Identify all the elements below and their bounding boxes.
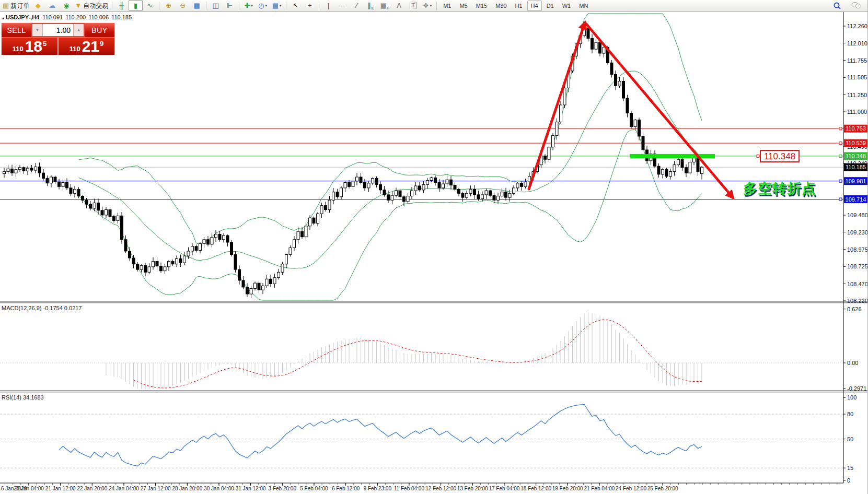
add-indicator-button[interactable]: ✚▾ (241, 0, 256, 11)
toolbar-separator (159, 2, 159, 10)
toolbar-right-group (830, 0, 863, 11)
zoom-in-button[interactable]: ⊕ (161, 0, 176, 11)
svg-text:50: 50 (847, 436, 853, 442)
periods-button[interactable]: ◷▾ (256, 0, 270, 11)
timeframe-mn[interactable]: MN (575, 1, 592, 11)
buy-price-prefix: 110 (70, 45, 80, 53)
tile-windows-icon: ▦ (194, 2, 200, 9)
fibonacci-button[interactable]: ▦F (378, 0, 392, 11)
volume-input[interactable] (43, 24, 73, 36)
timeframe-m30[interactable]: M30 (492, 1, 510, 11)
zoom-out-button[interactable]: ⊖ (176, 0, 190, 11)
bar-chart-button[interactable]: ╫ (114, 0, 129, 11)
svg-text:18 Feb 12:00: 18 Feb 12:00 (520, 486, 551, 491)
signal-icon: ◉ (63, 2, 69, 9)
ohlc-open: 110.091 (42, 14, 63, 20)
sell-button[interactable]: SELL (2, 23, 31, 37)
svg-text:9 Feb 23:00: 9 Feb 23:00 (364, 486, 392, 491)
auto-scroll-button[interactable]: ◫ (209, 0, 223, 11)
bar-chart-icon: ╫ (119, 2, 124, 9)
text-icon: A (397, 2, 401, 9)
svg-text:17 Feb 04:00: 17 Feb 04:00 (489, 486, 519, 491)
timeframe-h1[interactable]: H1 (512, 1, 526, 11)
signal-button[interactable]: ◉ (59, 0, 73, 11)
toolbar-separator (112, 2, 112, 10)
svg-text:109.981: 109.981 (846, 178, 866, 184)
collapse-triangle-icon[interactable]: ▴ (2, 16, 4, 20)
svg-text:109.714: 109.714 (846, 196, 866, 203)
svg-text:5 Feb 04:00: 5 Feb 04:00 (300, 486, 328, 491)
line-chart-icon: ∿ (147, 2, 153, 9)
sell-price-prefix: 110 (13, 45, 24, 53)
svg-text:108.220: 108.220 (847, 298, 868, 304)
chart-shift-button[interactable]: ⊩ (223, 0, 237, 11)
volume-decrease-button[interactable]: ▼ (32, 24, 43, 36)
line-chart-button[interactable]: ∿ (143, 0, 157, 11)
buy-button[interactable]: BUY (85, 23, 114, 37)
equidistant-channel-button[interactable]: ∥E (364, 0, 378, 11)
auto-scroll-icon: ◫ (213, 2, 219, 9)
timeframe-m1[interactable]: M1 (439, 1, 455, 11)
buy-price-sup: 9 (100, 40, 103, 48)
new-order-button[interactable]: ▤新订单 (1, 0, 31, 11)
trading-terminal-window: ▤新订单◆☁◉▼自动交易╫▮∿⊕⊖▦◫⊩✚▾◷▾▤▾↖+|—∕∥E▦FAT❖▾M… (0, 0, 868, 494)
svg-text:3 Feb 20:00: 3 Feb 20:00 (269, 486, 297, 491)
timeframe-m15[interactable]: M15 (472, 1, 491, 11)
toolbar-separator (239, 2, 239, 10)
timeframe-m5[interactable]: M5 (456, 1, 471, 11)
ohlc-high: 110.200 (65, 14, 86, 20)
svg-text:111.250: 111.250 (847, 92, 867, 98)
data-window-icon: ☁ (49, 2, 55, 9)
svg-text:27 Jan 12:00: 27 Jan 12:00 (141, 486, 171, 491)
svg-text:20 Jan 04:00: 20 Jan 04:00 (14, 486, 44, 491)
crosshair-button[interactable]: + (303, 0, 317, 11)
svg-text:112.260: 112.260 (847, 23, 867, 29)
svg-text:100: 100 (847, 394, 857, 401)
text-button[interactable]: A (392, 0, 406, 11)
chat-button[interactable] (849, 0, 863, 11)
symbol-name: USDJPY-,H4 (6, 14, 39, 20)
timeframe-d1[interactable]: D1 (543, 1, 558, 11)
templates-button[interactable]: ▤▾ (270, 0, 284, 11)
text-label-button[interactable]: T (406, 0, 420, 11)
svg-text:13 Feb 20:00: 13 Feb 20:00 (457, 486, 488, 491)
arrows-icon: ❖ (423, 2, 429, 9)
timeframe-h4[interactable]: H4 (527, 1, 542, 11)
autotrade-button[interactable]: ▼自动交易 (73, 0, 110, 11)
horizontal-line-icon: — (339, 2, 346, 9)
svg-text:110.185: 110.185 (846, 164, 866, 170)
turning-point-annotation: 多空转折点 (743, 179, 816, 198)
buy-price-main: 21 (82, 38, 99, 55)
svg-text:0.00: 0.00 (847, 360, 858, 366)
horizontal-line-button[interactable]: — (335, 0, 350, 11)
toolbar-separator (319, 2, 319, 10)
timeframe-w1[interactable]: W1 (559, 1, 575, 11)
svg-text:111.000: 111.000 (847, 109, 867, 115)
svg-text:108.725: 108.725 (847, 263, 868, 269)
market-watch-icon: ◆ (36, 2, 41, 9)
ohlc-low: 110.006 (88, 14, 109, 20)
svg-text:6 Feb 12:00: 6 Feb 12:00 (332, 486, 360, 491)
crosshair-icon: + (308, 2, 312, 9)
arrows-button[interactable]: ❖▾ (420, 0, 434, 11)
chart-canvas[interactable]: 112.260112.010111.755111.505111.250111.0… (0, 12, 868, 494)
cursor-button[interactable]: ↖ (288, 0, 303, 11)
svg-text:12 Feb 12:00: 12 Feb 12:00 (425, 486, 456, 491)
data-window-button[interactable]: ☁ (45, 0, 59, 11)
volume-increase-button[interactable]: ▲ (73, 24, 84, 36)
search-icon (833, 2, 841, 10)
svg-text:21 Feb 04:00: 21 Feb 04:00 (584, 486, 615, 491)
buy-price[interactable]: 110 21 9 (59, 38, 114, 55)
candlestick-chart-icon: ▮ (134, 2, 137, 9)
svg-text:24 Feb 12:00: 24 Feb 12:00 (616, 486, 646, 491)
vertical-line-button[interactable]: | (321, 0, 335, 11)
market-watch-button[interactable]: ◆ (31, 0, 45, 11)
sell-price[interactable]: 110 18 5 (2, 38, 57, 55)
search-button[interactable] (830, 0, 844, 11)
tile-windows-button[interactable]: ▦ (190, 0, 204, 11)
svg-text:24 Jan 04:00: 24 Jan 04:00 (109, 486, 139, 491)
toolbar-separator (286, 2, 286, 10)
candlestick-chart-button[interactable]: ▮ (129, 0, 143, 11)
svg-text:22 Jan 20:00: 22 Jan 20:00 (77, 486, 107, 491)
trendline-button[interactable]: ∕ (350, 0, 364, 11)
